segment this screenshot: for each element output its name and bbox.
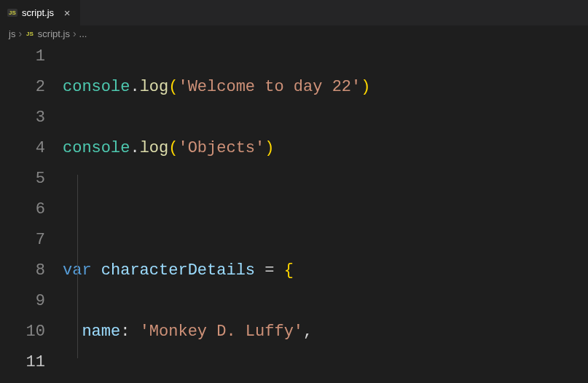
code-line[interactable]: console.log('Objects') — [63, 133, 588, 164]
breadcrumb-file[interactable]: script.js — [38, 28, 70, 39]
breadcrumb-symbol[interactable]: ... — [79, 28, 87, 39]
line-number: 9 — [0, 286, 45, 317]
js-file-icon: JS — [7, 9, 17, 17]
chevron-right-icon: › — [18, 28, 22, 39]
code-line[interactable] — [63, 194, 588, 225]
line-number: 3 — [0, 103, 45, 133]
line-number-gutter: 1 2 3 4 5 6 7 8 9 10 11 — [0, 42, 63, 383]
line-number: 5 — [0, 164, 45, 194]
indent-guide — [77, 175, 78, 358]
code-area[interactable]: console.log('Welcome to day 22') console… — [63, 42, 588, 383]
line-number: 11 — [0, 347, 45, 378]
code-line[interactable]: name: 'Monkey D. Luffy', — [63, 317, 588, 347]
code-line[interactable]: age: 19, — [63, 378, 588, 383]
breadcrumb[interactable]: js › JS script.js › ... — [0, 25, 588, 42]
tab-script-js[interactable]: JS script.js × — [0, 0, 81, 25]
tab-bar: JS script.js × — [0, 0, 588, 25]
line-number: 6 — [0, 194, 45, 225]
js-file-icon: JS — [25, 31, 35, 37]
line-number: 8 — [0, 256, 45, 286]
chevron-right-icon: › — [73, 28, 77, 39]
breadcrumb-folder[interactable]: js — [9, 28, 15, 39]
tab-label: script.js — [22, 7, 54, 18]
code-line[interactable]: var characterDetails = { — [63, 256, 588, 286]
close-icon[interactable]: × — [61, 7, 73, 19]
line-number: 10 — [0, 317, 45, 347]
editor[interactable]: 1 2 3 4 5 6 7 8 9 10 11 console.log('Wel… — [0, 42, 588, 383]
line-number: 7 — [0, 225, 45, 256]
line-number: 4 — [0, 133, 45, 164]
code-line[interactable]: console.log('Welcome to day 22') — [63, 72, 588, 103]
line-number: 1 — [0, 42, 45, 72]
line-number: 2 — [0, 72, 45, 103]
